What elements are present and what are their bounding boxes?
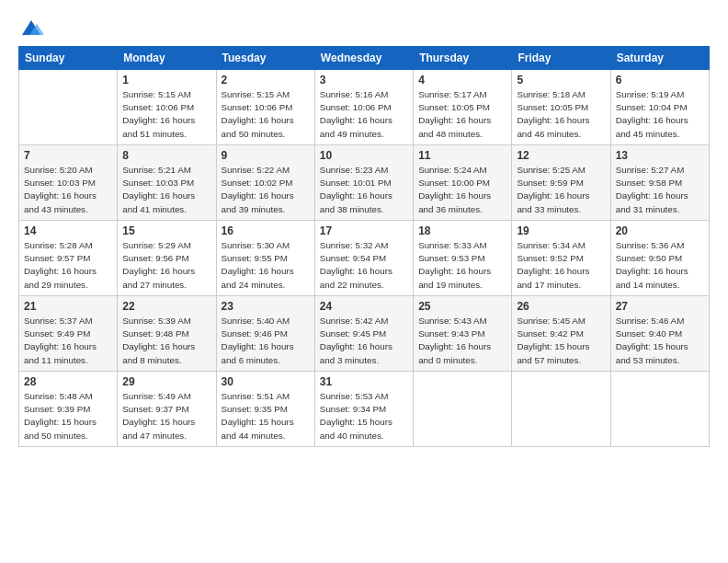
day-info: Sunrise: 5:29 AM Sunset: 9:56 PM Dayligh… — [122, 239, 210, 292]
day-info: Sunrise: 5:23 AM Sunset: 10:01 PM Daylig… — [320, 164, 408, 216]
day-info: Sunrise: 5:46 AM Sunset: 9:40 PM Dayligh… — [616, 315, 704, 367]
day-info: Sunrise: 5:45 AM Sunset: 9:42 PM Dayligh… — [517, 315, 605, 367]
calendar-cell: 29Sunrise: 5:49 AM Sunset: 9:37 PM Dayli… — [118, 372, 216, 447]
calendar-cell: 10Sunrise: 5:23 AM Sunset: 10:01 PM Dayl… — [314, 145, 413, 221]
calendar-cell: 22Sunrise: 5:39 AM Sunset: 9:48 PM Dayli… — [118, 296, 216, 372]
calendar-cell: 31Sunrise: 5:53 AM Sunset: 9:34 PM Dayli… — [314, 372, 413, 447]
day-number: 23 — [222, 300, 310, 313]
day-number: 20 — [616, 224, 704, 237]
day-info: Sunrise: 5:30 AM Sunset: 9:55 PM Dayligh… — [222, 239, 310, 292]
calendar-cell: 18Sunrise: 5:33 AM Sunset: 9:53 PM Dayli… — [414, 221, 512, 296]
day-info: Sunrise: 5:39 AM Sunset: 9:48 PM Dayligh… — [122, 315, 210, 367]
logo-icon — [18, 17, 44, 42]
calendar-cell: 20Sunrise: 5:36 AM Sunset: 9:50 PM Dayli… — [610, 221, 709, 296]
calendar-cell: 19Sunrise: 5:34 AM Sunset: 9:52 PM Dayli… — [512, 221, 610, 296]
day-number: 14 — [24, 224, 112, 237]
calendar-cell: 11Sunrise: 5:24 AM Sunset: 10:00 PM Dayl… — [414, 145, 512, 221]
calendar-cell: 24Sunrise: 5:42 AM Sunset: 9:45 PM Dayli… — [314, 296, 413, 372]
header-wednesday: Wednesday — [314, 47, 413, 70]
week-row-0: 1Sunrise: 5:15 AM Sunset: 10:06 PM Dayli… — [19, 70, 710, 145]
header-row: SundayMondayTuesdayWednesdayThursdayFrid… — [19, 47, 710, 70]
calendar-cell: 2Sunrise: 5:15 AM Sunset: 10:06 PM Dayli… — [216, 70, 314, 145]
calendar-cell: 8Sunrise: 5:21 AM Sunset: 10:03 PM Dayli… — [118, 145, 216, 221]
calendar-cell: 16Sunrise: 5:30 AM Sunset: 9:55 PM Dayli… — [216, 221, 314, 296]
day-info: Sunrise: 5:16 AM Sunset: 10:06 PM Daylig… — [320, 88, 408, 141]
day-number: 26 — [517, 300, 605, 313]
day-number: 7 — [24, 149, 112, 162]
calendar-cell: 30Sunrise: 5:51 AM Sunset: 9:35 PM Dayli… — [216, 372, 314, 447]
day-info: Sunrise: 5:37 AM Sunset: 9:49 PM Dayligh… — [24, 315, 112, 367]
day-number: 5 — [517, 74, 605, 86]
day-number: 10 — [320, 149, 408, 162]
day-info: Sunrise: 5:42 AM Sunset: 9:45 PM Dayligh… — [320, 315, 408, 367]
day-info: Sunrise: 5:18 AM Sunset: 10:05 PM Daylig… — [517, 88, 605, 141]
calendar-cell — [414, 372, 512, 447]
page: SundayMondayTuesdayWednesdayThursdayFrid… — [0, 0, 728, 563]
day-info: Sunrise: 5:15 AM Sunset: 10:06 PM Daylig… — [222, 88, 310, 141]
header-monday: Monday — [118, 47, 216, 70]
day-info: Sunrise: 5:21 AM Sunset: 10:03 PM Daylig… — [122, 164, 210, 216]
day-number: 15 — [122, 224, 210, 237]
calendar: SundayMondayTuesdayWednesdayThursdayFrid… — [18, 46, 710, 447]
day-number: 25 — [418, 300, 506, 313]
day-number: 31 — [320, 375, 408, 388]
day-info: Sunrise: 5:43 AM Sunset: 9:43 PM Dayligh… — [418, 315, 506, 367]
calendar-cell: 9Sunrise: 5:22 AM Sunset: 10:02 PM Dayli… — [216, 145, 314, 221]
day-number: 1 — [122, 74, 210, 86]
week-row-4: 28Sunrise: 5:48 AM Sunset: 9:39 PM Dayli… — [19, 372, 710, 447]
day-number: 27 — [616, 300, 704, 313]
calendar-cell: 15Sunrise: 5:29 AM Sunset: 9:56 PM Dayli… — [118, 221, 216, 296]
day-number: 19 — [517, 224, 605, 237]
day-number: 9 — [222, 149, 310, 162]
day-info: Sunrise: 5:24 AM Sunset: 10:00 PM Daylig… — [418, 164, 506, 216]
day-info: Sunrise: 5:40 AM Sunset: 9:46 PM Dayligh… — [222, 315, 310, 367]
day-number: 12 — [517, 149, 605, 162]
week-row-1: 7Sunrise: 5:20 AM Sunset: 10:03 PM Dayli… — [19, 145, 710, 221]
day-info: Sunrise: 5:28 AM Sunset: 9:57 PM Dayligh… — [24, 239, 112, 292]
calendar-cell: 4Sunrise: 5:17 AM Sunset: 10:05 PM Dayli… — [414, 70, 512, 145]
day-number: 6 — [616, 74, 704, 86]
day-info: Sunrise: 5:19 AM Sunset: 10:04 PM Daylig… — [616, 88, 704, 141]
day-info: Sunrise: 5:17 AM Sunset: 10:05 PM Daylig… — [418, 88, 506, 141]
calendar-cell: 17Sunrise: 5:32 AM Sunset: 9:54 PM Dayli… — [314, 221, 413, 296]
day-info: Sunrise: 5:32 AM Sunset: 9:54 PM Dayligh… — [320, 239, 408, 292]
day-info: Sunrise: 5:33 AM Sunset: 9:53 PM Dayligh… — [418, 239, 506, 292]
day-info: Sunrise: 5:34 AM Sunset: 9:52 PM Dayligh… — [517, 239, 605, 292]
header — [18, 17, 710, 42]
header-tuesday: Tuesday — [216, 47, 314, 70]
day-info: Sunrise: 5:48 AM Sunset: 9:39 PM Dayligh… — [24, 390, 112, 442]
calendar-cell: 14Sunrise: 5:28 AM Sunset: 9:57 PM Dayli… — [19, 221, 118, 296]
calendar-header: SundayMondayTuesdayWednesdayThursdayFrid… — [19, 47, 710, 70]
week-row-3: 21Sunrise: 5:37 AM Sunset: 9:49 PM Dayli… — [19, 296, 710, 372]
day-number: 2 — [222, 74, 310, 86]
day-number: 13 — [616, 149, 704, 162]
day-number: 21 — [24, 300, 112, 313]
day-info: Sunrise: 5:51 AM Sunset: 9:35 PM Dayligh… — [222, 390, 310, 442]
day-info: Sunrise: 5:27 AM Sunset: 9:58 PM Dayligh… — [616, 164, 704, 216]
calendar-cell: 3Sunrise: 5:16 AM Sunset: 10:06 PM Dayli… — [314, 70, 413, 145]
day-number: 29 — [122, 375, 210, 388]
header-sunday: Sunday — [19, 47, 118, 70]
day-number: 16 — [222, 224, 310, 237]
day-number: 24 — [320, 300, 408, 313]
calendar-cell — [610, 372, 709, 447]
calendar-cell: 28Sunrise: 5:48 AM Sunset: 9:39 PM Dayli… — [19, 372, 118, 447]
calendar-cell: 1Sunrise: 5:15 AM Sunset: 10:06 PM Dayli… — [118, 70, 216, 145]
day-number: 4 — [418, 74, 506, 86]
calendar-cell: 5Sunrise: 5:18 AM Sunset: 10:05 PM Dayli… — [512, 70, 610, 145]
calendar-cell — [19, 70, 118, 145]
day-info: Sunrise: 5:25 AM Sunset: 9:59 PM Dayligh… — [517, 164, 605, 216]
day-info: Sunrise: 5:22 AM Sunset: 10:02 PM Daylig… — [222, 164, 310, 216]
logo — [18, 17, 48, 42]
header-saturday: Saturday — [610, 47, 709, 70]
day-number: 17 — [320, 224, 408, 237]
calendar-cell: 7Sunrise: 5:20 AM Sunset: 10:03 PM Dayli… — [19, 145, 118, 221]
calendar-cell: 27Sunrise: 5:46 AM Sunset: 9:40 PM Dayli… — [610, 296, 709, 372]
calendar-cell: 25Sunrise: 5:43 AM Sunset: 9:43 PM Dayli… — [414, 296, 512, 372]
day-info: Sunrise: 5:36 AM Sunset: 9:50 PM Dayligh… — [616, 239, 704, 292]
calendar-cell: 13Sunrise: 5:27 AM Sunset: 9:58 PM Dayli… — [610, 145, 709, 221]
calendar-body: 1Sunrise: 5:15 AM Sunset: 10:06 PM Dayli… — [19, 70, 710, 447]
day-number: 28 — [24, 375, 112, 388]
day-info: Sunrise: 5:20 AM Sunset: 10:03 PM Daylig… — [24, 164, 112, 216]
day-number: 18 — [418, 224, 506, 237]
